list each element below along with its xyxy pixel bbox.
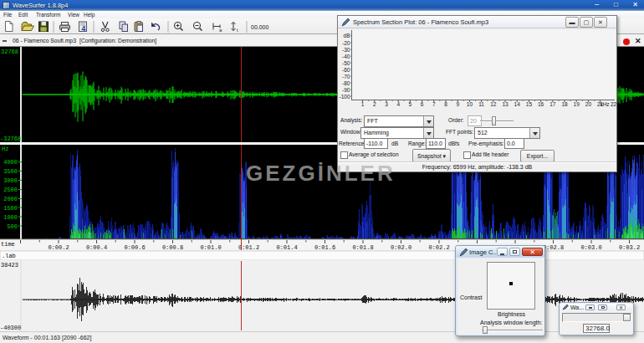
svg-text:11: 11 (478, 101, 484, 107)
svg-text:9: 9 (456, 101, 459, 107)
svg-text:19: 19 (574, 101, 580, 107)
svg-text:0:01.0: 0:01.0 (200, 244, 221, 251)
svg-text:-70: -70 (342, 74, 350, 79)
svg-text:3: 3 (385, 101, 388, 107)
svg-text:-80: -80 (342, 80, 350, 86)
svg-text:-40: -40 (342, 54, 350, 59)
svg-text:4000: 4000 (3, 159, 18, 166)
svg-text:.lab: .lab (2, 253, 16, 259)
svg-text:3500: 3500 (3, 168, 18, 175)
svg-text:1500: 1500 (3, 205, 18, 212)
svg-text:3000: 3000 (3, 177, 18, 184)
svg-text:18: 18 (561, 101, 568, 107)
svg-text:time: time (1, 241, 15, 248)
svg-text:0:02.2: 0:02.2 (428, 244, 449, 251)
svg-text:38423: 38423 (1, 262, 18, 269)
svg-text:0:01.4: 0:01.4 (276, 244, 297, 251)
svg-text:2: 2 (373, 101, 376, 107)
svg-text:-100: -100 (339, 94, 350, 100)
svg-text:2000: 2000 (3, 196, 18, 202)
svg-text:10: 10 (467, 101, 473, 107)
svg-text:-30: -30 (342, 47, 350, 53)
svg-text:0:02.8: 0:02.8 (543, 244, 564, 251)
svg-text:0:01.6: 0:01.6 (314, 244, 335, 251)
svg-text:-90: -90 (342, 87, 350, 93)
svg-text:7: 7 (432, 101, 436, 107)
svg-text:8: 8 (444, 101, 447, 107)
svg-text:1000: 1000 (3, 214, 18, 221)
svg-text:-40300: -40300 (0, 325, 21, 331)
svg-text:1: 1 (361, 101, 365, 107)
svg-text:-50: -50 (342, 60, 350, 66)
svg-text:0:01.8: 0:01.8 (352, 244, 373, 251)
svg-text:-20: -20 (342, 40, 350, 46)
svg-text:0:02.0: 0:02.0 (391, 244, 411, 251)
svg-text:kHz: kHz (600, 101, 609, 107)
svg-text:0:03.2: 0:03.2 (619, 244, 640, 251)
svg-text:15: 15 (526, 101, 533, 107)
svg-text:500: 500 (7, 223, 18, 230)
svg-text:17: 17 (549, 101, 556, 107)
svg-text:2500: 2500 (3, 187, 18, 193)
svg-text:-32768: -32768 (0, 136, 21, 142)
svg-text:Hz: Hz (2, 146, 8, 152)
svg-text:22: 22 (611, 101, 616, 107)
svg-text:0:00.8: 0:00.8 (162, 244, 183, 251)
svg-text:32768: 32768 (1, 49, 18, 55)
svg-text:12: 12 (490, 101, 497, 107)
svg-text:13: 13 (502, 101, 509, 107)
svg-text:5: 5 (409, 101, 412, 107)
svg-text:6: 6 (421, 101, 424, 107)
svg-text:dB: dB (344, 33, 350, 38)
svg-text:0:00.2: 0:00.2 (48, 244, 69, 251)
svg-text:14: 14 (514, 101, 521, 107)
svg-text:0:00.6: 0:00.6 (124, 244, 145, 251)
svg-text:16: 16 (538, 101, 544, 107)
svg-text:0:03.0: 0:03.0 (580, 244, 601, 251)
svg-text:4: 4 (396, 101, 400, 107)
svg-text:20: 20 (585, 101, 592, 107)
svg-text:0:00.4: 0:00.4 (86, 244, 107, 251)
svg-text:-60: -60 (342, 67, 350, 73)
